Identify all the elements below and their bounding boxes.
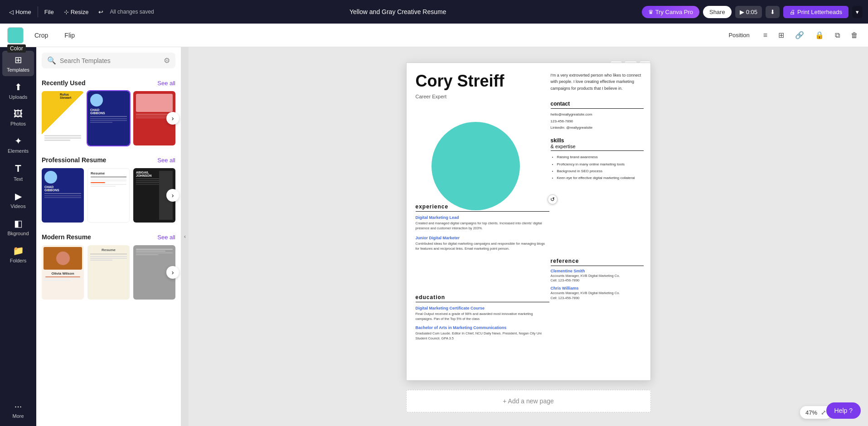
template-white[interactable]: Resume (87, 168, 130, 223)
sidebar-item-templates[interactable]: ⊞ Templates (2, 51, 34, 76)
panel-collapse-arrow[interactable]: ‹ (181, 47, 189, 426)
background-label: Bkground (7, 231, 29, 236)
color-swatch[interactable] (7, 27, 24, 44)
ref1-name: Clementine Smith (551, 269, 644, 273)
trash-icon[interactable]: 🗑 (848, 29, 861, 42)
crop-button[interactable]: Crop (29, 29, 53, 42)
copy-icon[interactable]: ⧉ (832, 29, 843, 42)
file-label: File (44, 9, 54, 15)
print-button[interactable]: 🖨 Print Letterheads (783, 6, 849, 18)
section-header-modern: Modern Resume See all (42, 233, 175, 241)
help-button[interactable]: Help ? (826, 402, 861, 419)
crop-label: Crop (34, 32, 48, 39)
flip-button[interactable]: Flip (59, 29, 80, 42)
professional-grid-wrap: CHAD GIBBONS Resume (42, 168, 175, 223)
contact-phone: 123-456-7890 (551, 118, 644, 125)
sidebar-item-folders[interactable]: 📁 Folders (2, 242, 34, 267)
job1-desc: Created and managed digital campaigns fo… (416, 221, 549, 231)
modern-next[interactable]: › (166, 266, 179, 279)
uploads-label: Uploads (9, 94, 27, 100)
template-beige[interactable]: Resume (87, 245, 130, 300)
resume-contact-section: contact hello@reallygreatsite.com 123-45… (551, 101, 644, 131)
undo-icon: ↩ (98, 9, 103, 15)
photos-label: Photos (10, 121, 26, 126)
position-button[interactable]: Position (723, 29, 755, 41)
photos-icon: 🖼 (14, 109, 23, 119)
job1-role: Digital Marketing Lead (416, 215, 549, 220)
undo-button[interactable]: ↩ (95, 7, 107, 17)
search-input[interactable] (60, 57, 160, 64)
chevron-left-icon: ◁ (9, 9, 14, 15)
templates-panel: 🔍 ⚙ Recently Used See all Rufus (36, 47, 181, 426)
resume-reference-section: reference Clementine Smith Accounts Mana… (551, 258, 644, 300)
canvas-area: ⧉ ⊕ + Cory Streiff Career Expert (189, 47, 868, 426)
zoom-expand-icon[interactable]: ⤢ (821, 409, 826, 416)
ref2-cell: Cell: 123-456-7890 (551, 296, 644, 300)
professional-next[interactable]: › (166, 189, 179, 202)
sidebar-item-elements[interactable]: ✦ Elements (2, 132, 34, 157)
ref1-cell: Cell: 123-456-7890 (551, 278, 644, 282)
download-button[interactable]: ⬇ (766, 6, 780, 18)
job2-role: Junior Digital Marketer (416, 236, 549, 240)
sidebar-item-photos[interactable]: 🖼 Photos (2, 105, 34, 130)
download-icon: ⬇ (770, 9, 775, 15)
align-icon[interactable]: ≡ (761, 29, 770, 42)
resume-skills-section: skills & expertise Raising brand awarene… (551, 137, 644, 181)
canvas-resume-page[interactable]: Cory Streiff Career Expert I'm a very ex… (406, 63, 651, 381)
resume-bio-section: I'm a very extroverted person who likes … (551, 72, 644, 181)
section-professional-resume: Professional Resume See all CHAD GIBBONS (36, 151, 181, 228)
skills-subtitle: & expertise (551, 144, 644, 151)
template-olivia[interactable]: Olivia Wilson (42, 245, 84, 300)
sidebar-item-more[interactable]: ··· More (2, 397, 34, 422)
share-button[interactable]: Share (703, 6, 732, 18)
sidebar-item-uploads[interactable]: ⬆ Uploads (2, 78, 34, 103)
see-all-modern[interactable]: See all (157, 234, 175, 241)
topbar-divider (38, 6, 38, 17)
education-item-2: Bachelor of Arts in Marketing Communicat… (416, 325, 549, 341)
refresh-handle[interactable]: ↺ (548, 194, 558, 204)
resume-title: Career Expert (416, 94, 527, 99)
play-icon: ▶ (740, 9, 744, 15)
section-modern-resume: Modern Resume See all Olivia Wilson (36, 228, 181, 305)
templates-icon: ⊞ (15, 54, 22, 65)
template-chad2[interactable]: CHAD GIBBONS (42, 168, 84, 223)
resume-experience-section: experience Digital Marketing Lead Create… (416, 203, 549, 255)
print-dropdown-button[interactable]: ▾ (852, 6, 863, 18)
job2-desc: Contributed ideas for digital marketing … (416, 241, 549, 252)
template-rufus[interactable]: Rufus Stewart (42, 91, 84, 145)
link-icon[interactable]: 🔗 (792, 28, 807, 42)
lock-icon[interactable]: 🔒 (812, 28, 827, 42)
contact-details: hello@reallygreatsite.com 123-456-7890 L… (551, 111, 644, 131)
template-chad1[interactable]: CHAD GIBBONS (87, 91, 130, 145)
topbar-left: ◁ Home File ⊹ Resize ↩ All changes saved (5, 6, 154, 17)
elements-label: Elements (8, 148, 29, 154)
resize-button[interactable]: ⊹ Resize (60, 7, 92, 17)
document-title[interactable]: Yellow and Gray Creative Resume (349, 8, 446, 15)
sidebar-item-videos[interactable]: ▶ Videos (2, 187, 34, 213)
see-all-professional[interactable]: See all (157, 157, 175, 164)
grid-icon[interactable]: ⊞ (776, 28, 787, 42)
left-sidebar: ⊞ Templates ⬆ Uploads 🖼 Photos ✦ Element… (0, 47, 36, 426)
recently-used-grid: Rufus Stewart (42, 91, 175, 145)
see-all-recently-used[interactable]: See all (157, 80, 175, 87)
add-page-button[interactable]: + Add a new page (406, 390, 651, 412)
resume-education-section: education Digital Marketing Certificate … (416, 294, 549, 341)
teal-circle-decoration (432, 122, 520, 210)
color-picker-wrap: Color (7, 27, 24, 44)
background-icon: ◧ (14, 218, 23, 229)
recently-used-next[interactable]: › (166, 112, 179, 125)
uploads-icon: ⬆ (15, 82, 22, 92)
timer-button[interactable]: ▶ 0:05 (735, 6, 762, 18)
sidebar-item-background[interactable]: ◧ Bkground (2, 214, 34, 240)
elements-icon: ✦ (15, 136, 22, 146)
experience-job-2: Junior Digital Marketer Contributed idea… (416, 236, 549, 252)
filter-icon[interactable]: ⚙ (164, 56, 170, 65)
try-pro-button[interactable]: ♛ Try Canva Pro (642, 6, 699, 18)
file-button[interactable]: File (41, 7, 58, 17)
modern-grid-wrap: Olivia Wilson Resume (42, 245, 175, 300)
section-title-professional: Professional Resume (42, 156, 106, 164)
section-recently-used: Recently Used See all Rufus Stewart (36, 74, 181, 151)
sidebar-item-text[interactable]: T Text (2, 159, 34, 185)
search-icon: 🔍 (47, 56, 56, 65)
home-button[interactable]: ◁ Home (5, 7, 35, 17)
